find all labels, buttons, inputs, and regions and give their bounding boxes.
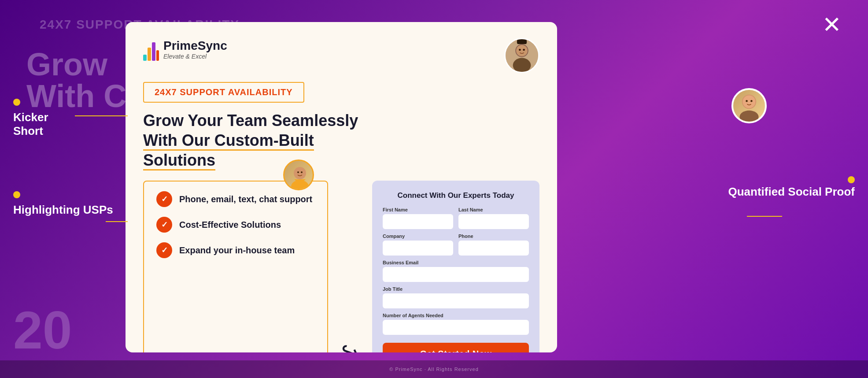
form-group-email: Business Email — [383, 260, 529, 282]
highlighting-dot — [13, 191, 20, 198]
usp-text-2: Cost-Effective Solutions — [179, 220, 281, 230]
first-name-label: First Name — [383, 207, 453, 212]
line-kicker — [75, 115, 128, 116]
middle-area: ↪ — [337, 181, 363, 352]
usp-text-1: Phone, email, text, chat support — [179, 194, 312, 204]
form-group-phone: Phone — [458, 233, 529, 256]
svg-point-12 — [519, 49, 521, 51]
svg-point-2 — [743, 96, 756, 108]
svg-point-13 — [523, 49, 525, 51]
arrow-icon: ↪ — [336, 336, 364, 352]
avatar-mid — [283, 159, 314, 190]
bottom-strip: © PrimeSync · All Rights Reserved — [0, 360, 868, 378]
email-label: Business Email — [383, 260, 529, 265]
form-group-first-name: First Name — [383, 207, 453, 229]
last-name-label: Last Name — [458, 207, 529, 212]
heading-line1: Grow Your Team Seamlessly — [143, 111, 358, 130]
form-row-company: Company Phone — [383, 233, 529, 256]
bottom-strip-text: © PrimeSync · All Rights Reserved — [389, 367, 479, 372]
svg-rect-15 — [517, 39, 527, 44]
svg-point-16 — [294, 167, 306, 179]
annotation-kicker: Kicker Short — [13, 97, 48, 138]
svg-point-18 — [301, 171, 303, 173]
kicker-badge: 24X7 SUPPORT AVAILABILITY — [143, 82, 304, 103]
check-icon-2 — [156, 217, 172, 233]
avatar-top — [504, 38, 539, 73]
form-title: Connect With Our Experts Today — [383, 191, 529, 200]
annotation-highlighting: Highlighting USPs — [13, 189, 113, 217]
svg-point-14 — [513, 58, 531, 73]
agents-input[interactable] — [383, 320, 529, 335]
logo-area: PrimeSync Elevate & Excel — [143, 38, 227, 61]
usp-item-3: Expand your in-house team — [156, 242, 315, 258]
svg-point-4 — [750, 100, 753, 102]
svg-rect-8 — [156, 50, 159, 61]
form-group-job-title: Job Title — [383, 286, 529, 308]
get-started-button[interactable]: Get Started Now — [383, 343, 529, 352]
close-button[interactable]: ✕ — [822, 13, 842, 36]
usp-item-1: Phone, email, text, chat support — [156, 191, 315, 207]
first-name-input[interactable] — [383, 214, 453, 229]
main-card: PrimeSync Elevate & Excel 24X7 SUPPORT A… — [126, 22, 557, 352]
svg-rect-5 — [143, 55, 147, 61]
svg-point-3 — [746, 100, 748, 102]
quantified-dot — [848, 176, 855, 183]
form-panel: Connect With Our Experts Today First Nam… — [372, 181, 539, 352]
logo-tagline: Elevate & Excel — [163, 53, 227, 60]
company-input[interactable] — [383, 241, 453, 256]
form-group-company: Company — [383, 233, 453, 256]
form-row-name: First Name Last Name — [383, 207, 529, 229]
svg-point-11 — [516, 45, 528, 56]
phone-input[interactable] — [458, 241, 529, 256]
logo-text-group: PrimeSync Elevate & Excel — [163, 39, 227, 60]
company-label: Company — [383, 233, 453, 239]
phone-label: Phone — [458, 233, 529, 239]
usp-item-2: Cost-Effective Solutions — [156, 217, 315, 233]
svg-point-1 — [739, 111, 758, 122]
logo-icon — [143, 38, 159, 61]
svg-rect-7 — [152, 42, 155, 61]
annotation-quantified: Quantified Social Proof — [728, 176, 855, 199]
job-title-input[interactable] — [383, 293, 529, 308]
agents-label: Number of Agents Needed — [383, 313, 529, 318]
last-name-input[interactable] — [458, 214, 529, 229]
logo-brand-name: PrimeSync — [163, 39, 227, 53]
form-group-agents: Number of Agents Needed — [383, 313, 529, 335]
usp-box: Phone, email, text, chat support Cost-Ef… — [143, 181, 328, 352]
usp-text-3: Expand your in-house team — [179, 245, 295, 256]
content-row: Phone, email, text, chat support Cost-Ef… — [143, 181, 539, 352]
svg-point-17 — [297, 171, 299, 173]
avatar-right-panel — [731, 88, 767, 123]
job-title-label: Job Title — [383, 286, 529, 292]
kicker-dot — [13, 99, 20, 106]
check-icon-3 — [156, 242, 172, 258]
check-icon-1 — [156, 191, 172, 207]
bg-number: 20 — [13, 300, 72, 360]
main-heading: Grow Your Team Seamlessly With Our Custo… — [143, 111, 363, 170]
email-input[interactable] — [383, 267, 529, 282]
line-highlighting — [106, 221, 128, 222]
form-group-last-name: Last Name — [458, 207, 529, 229]
line-right — [747, 216, 782, 217]
svg-rect-6 — [148, 48, 151, 61]
card-header: PrimeSync Elevate & Excel — [143, 38, 539, 73]
